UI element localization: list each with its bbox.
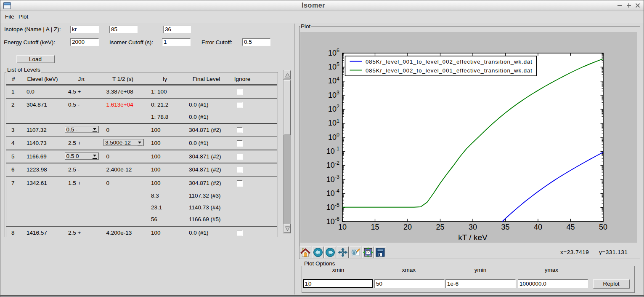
svg-text:085Kr_level_001_to_level_002_e: 085Kr_level_001_to_level_002_effective_t…	[366, 59, 533, 65]
svg-text:35: 35	[501, 223, 509, 231]
svg-text:20: 20	[403, 223, 412, 231]
svg-text:45: 45	[566, 223, 575, 231]
svg-text:15: 15	[371, 223, 379, 231]
svg-text:085Kr_level_002_to_level_001_e: 085Kr_level_002_to_level_001_effective_t…	[366, 67, 533, 74]
svg-text:50: 50	[599, 223, 607, 231]
svg-text:30: 30	[469, 223, 477, 231]
svg-text:25: 25	[436, 223, 444, 231]
svg-text:kT / keV: kT / keV	[458, 233, 488, 242]
svg-text:10: 10	[338, 223, 347, 231]
svg-text:40: 40	[534, 223, 542, 231]
